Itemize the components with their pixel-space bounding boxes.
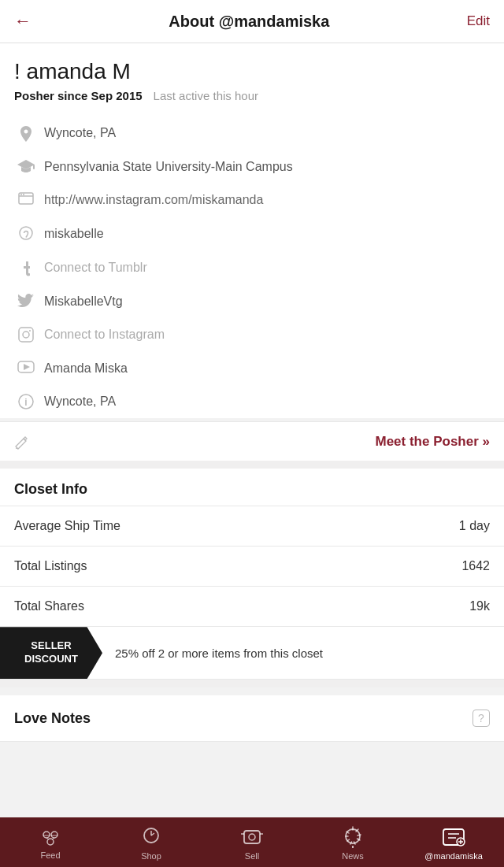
last-active: Last active this hour (154, 89, 258, 102)
header: ← About @mandamiska Edit (0, 0, 504, 43)
edit-button[interactable]: Edit (467, 13, 490, 29)
love-notes-header: Love Notes ? (0, 695, 504, 742)
closet-info-title: Closet Info (0, 469, 504, 506)
seller-discount-row: SELLER DISCOUNT 25% off 2 or more items … (0, 627, 504, 680)
svg-point-17 (47, 839, 54, 845)
nav-profile[interactable]: @mandamiska (403, 817, 504, 867)
pinterest-icon (14, 226, 38, 243)
bottom-nav: Feed Shop Sell (0, 817, 504, 867)
seller-discount-text: 25% off 2 or more items from this closet (102, 627, 504, 679)
svg-point-5 (23, 194, 24, 195)
seller-discount-label: SELLER DISCOUNT (0, 627, 102, 679)
shop-label: Shop (141, 851, 161, 861)
total-listings-row: Total Listings 1642 (0, 547, 504, 587)
education-text: Pennsylvania State University-Main Campu… (44, 158, 293, 176)
avg-ship-row: Average Ship Time 1 day (0, 506, 504, 547)
info-row-education: Pennsylvania State University-Main Campu… (14, 150, 490, 183)
tumblr-icon (14, 260, 38, 277)
graduation-icon (14, 159, 38, 173)
info-row-youtube[interactable]: Amanda Miska (14, 352, 490, 385)
pinterest-text[interactable]: miskabelle (44, 225, 104, 243)
svg-point-16 (51, 832, 57, 838)
svg-point-4 (20, 194, 22, 195)
news-label: News (342, 851, 364, 861)
total-shares-label: Total Shares (14, 599, 84, 613)
location-icon (14, 125, 38, 143)
svg-point-6 (20, 227, 32, 239)
instagram-icon (14, 327, 38, 343)
website-text[interactable]: http://www.instagram.com/miskamanda (44, 191, 263, 209)
svg-rect-7 (19, 328, 33, 342)
closet-info-section: Closet Info Average Ship Time 1 day Tota… (0, 469, 504, 680)
svg-point-26 (249, 834, 255, 840)
info-row-twitter[interactable]: MiskabelleVtg (14, 285, 490, 318)
section-divider (0, 461, 504, 469)
nav-sell[interactable]: Sell (202, 817, 302, 867)
avg-ship-value: 1 day (459, 519, 490, 533)
svg-point-9 (29, 330, 31, 332)
feed-label: Feed (40, 850, 60, 860)
posher-since: Posher since Sep 2015 (14, 89, 143, 102)
info-row-website[interactable]: http://www.instagram.com/miskamanda (14, 183, 490, 217)
profile-icon (442, 825, 465, 847)
browser-icon (14, 192, 38, 205)
meet-posher-row[interactable]: Meet the Posher » (0, 421, 504, 461)
info-location-text: Wyncote, PA (44, 393, 116, 410)
profile-meta: Posher since Sep 2015 Last active this h… (14, 89, 490, 102)
svg-point-8 (23, 332, 29, 338)
tumblr-text[interactable]: Connect to Tumblr (44, 259, 147, 276)
page-title: About @mandamiska (169, 13, 329, 31)
twitter-text[interactable]: MiskabelleVtg (44, 293, 123, 310)
info-row-instagram[interactable]: Connect to Instagram (14, 318, 490, 351)
nav-feed[interactable]: Feed (0, 817, 101, 867)
sell-icon (241, 825, 263, 847)
meet-posher-link[interactable]: Meet the Posher » (376, 434, 491, 450)
location-text: Wyncote, PA (44, 124, 116, 142)
info-row-pinterest[interactable]: miskabelle (14, 217, 490, 251)
svg-text:i: i (24, 397, 27, 408)
total-listings-label: Total Listings (14, 559, 87, 573)
love-notes-section: Love Notes ? (0, 695, 504, 742)
total-shares-value: 19k (469, 599, 490, 613)
youtube-text[interactable]: Amanda Miska (44, 360, 128, 377)
feed-icon (39, 826, 62, 847)
instagram-text[interactable]: Connect to Instagram (44, 326, 165, 343)
love-notes-help-button[interactable]: ? (472, 710, 490, 727)
svg-rect-1 (33, 165, 35, 169)
news-icon (343, 825, 363, 848)
pencil-icon (14, 433, 28, 450)
svg-marker-11 (24, 364, 30, 370)
avg-ship-label: Average Ship Time (14, 519, 120, 533)
info-row-info: i Wyncote, PA (14, 385, 490, 418)
nav-shop[interactable]: Shop (101, 817, 202, 867)
profile-label: @mandamiska (424, 851, 483, 861)
info-row-location: Wyncote, PA (14, 117, 490, 150)
profile-section: ! amanda M Posher since Sep 2015 Last ac… (0, 43, 504, 418)
shop-icon (140, 825, 162, 847)
svg-point-15 (43, 832, 50, 838)
back-button[interactable]: ← (14, 11, 32, 31)
info-icon: i (14, 394, 38, 409)
twitter-icon (14, 294, 38, 308)
svg-rect-25 (244, 831, 260, 843)
svg-marker-0 (17, 160, 35, 169)
love-notes-title: Love Notes (14, 710, 91, 727)
profile-name: ! amanda M (14, 59, 490, 84)
total-listings-value: 1642 (461, 559, 490, 573)
youtube-icon (14, 361, 38, 373)
section-divider-2 (0, 680, 504, 687)
nav-news[interactable]: News (302, 817, 403, 867)
total-shares-row: Total Shares 19k (0, 587, 504, 627)
sell-label: Sell (245, 851, 259, 861)
info-row-tumblr[interactable]: Connect to Tumblr (14, 251, 490, 285)
